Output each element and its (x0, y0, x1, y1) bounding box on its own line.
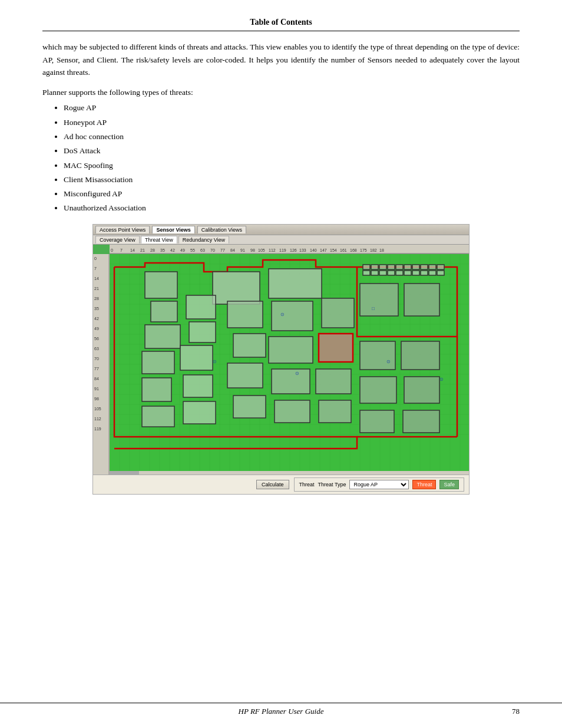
svg-text:63: 63 (200, 248, 205, 252)
svg-rect-153 (360, 377, 396, 403)
list-item: Honeypot AP (64, 116, 520, 130)
page-number: 78 (512, 707, 520, 716)
svg-text:28: 28 (94, 297, 99, 301)
svg-rect-139 (227, 301, 263, 328)
svg-text:7: 7 (120, 248, 123, 252)
svg-rect-141 (227, 363, 263, 388)
svg-text:112: 112 (269, 248, 276, 252)
svg-rect-142 (233, 396, 266, 418)
svg-rect-111 (404, 265, 411, 269)
svg-rect-134 (186, 295, 216, 319)
svg-text:91: 91 (240, 248, 245, 252)
svg-rect-166 (110, 471, 469, 475)
svg-rect-114 (429, 265, 436, 269)
ruler-left: 0 7 14 21 28 35 42 49 56 63 70 77 84 91 … (93, 254, 110, 475)
svg-rect-145 (272, 369, 310, 394)
subtab-coverage-view[interactable]: Coverage View (95, 236, 140, 243)
svg-rect-147 (322, 298, 354, 328)
svg-text:⊙: ⊙ (280, 312, 285, 317)
svg-text:42: 42 (170, 248, 175, 252)
svg-text:77: 77 (94, 367, 99, 371)
svg-text:63: 63 (94, 347, 99, 351)
svg-rect-152 (360, 341, 395, 370)
subtab-threat-view[interactable]: Threat View (141, 236, 177, 243)
svg-text:84: 84 (94, 377, 99, 381)
main-tabs-bar: Access Point Views Sensor Views Calibrat… (93, 225, 469, 235)
svg-rect-127 (269, 269, 322, 298)
svg-text:14: 14 (130, 248, 135, 252)
svg-rect-154 (360, 410, 394, 433)
screenshot-footer: Calculate Threat Threat Type Rogue AP Ho… (93, 475, 469, 494)
threat-type-select[interactable]: Rogue AP Honeypot AP Ad hoc connection D… (349, 480, 409, 489)
svg-text:0: 0 (94, 256, 97, 261)
list-item: Ad hoc connection (64, 130, 520, 144)
page-header: Table of Contents (42, 18, 520, 31)
svg-rect-137 (183, 375, 213, 397)
svg-text:105: 105 (94, 407, 101, 411)
svg-text:35: 35 (94, 307, 99, 311)
svg-text:91: 91 (94, 387, 99, 391)
tab-sensor-views[interactable]: Sensor Views (152, 226, 194, 233)
svg-rect-156 (401, 341, 439, 370)
svg-rect-106 (363, 265, 370, 269)
svg-text:⊙: ⊙ (213, 359, 217, 364)
svg-rect-130 (145, 325, 180, 348)
threat-controls: Threat Threat Type Rogue AP Honeypot AP … (294, 477, 464, 492)
subtab-redundancy-view[interactable]: Redundancy View (178, 236, 229, 243)
tab-calibration-views[interactable]: Calibration Views (197, 226, 246, 233)
svg-rect-133 (142, 406, 174, 427)
threats-list: Rogue AP Honeypot AP Ad hoc connection D… (64, 101, 520, 215)
threat-button[interactable]: Threat (412, 480, 436, 489)
ruler-top: 0 7 14 21 28 35 42 49 55 63 70 77 84 91 … (110, 245, 469, 254)
svg-rect-113 (421, 265, 428, 269)
svg-text:161: 161 (340, 248, 347, 252)
svg-rect-150 (319, 400, 351, 423)
svg-text:42: 42 (94, 317, 99, 321)
svg-rect-124 (429, 271, 436, 275)
list-item: Client Misassociation (64, 173, 520, 187)
tab-access-point-views[interactable]: Access Point Views (95, 226, 150, 233)
list-item: Misconfigured AP (64, 187, 520, 201)
svg-text:7: 7 (94, 266, 97, 271)
threat-type-label: Threat Type (318, 482, 346, 487)
list-item: Unauthorized Association (64, 201, 520, 215)
svg-text:77: 77 (220, 248, 225, 252)
svg-text:112: 112 (94, 417, 101, 421)
page-footer: HP RF Planner User Guide (0, 703, 562, 716)
svg-text:119: 119 (279, 248, 286, 252)
svg-rect-118 (379, 271, 386, 275)
subtabs-bar: Coverage View Threat View Redundancy Vie… (93, 235, 469, 245)
svg-text:56: 56 (94, 337, 99, 341)
svg-rect-144 (269, 337, 313, 363)
svg-text:126: 126 (290, 248, 297, 252)
svg-rect-131 (142, 351, 174, 374)
svg-rect-125 (437, 271, 444, 275)
svg-text:140: 140 (310, 248, 317, 252)
svg-text:0: 0 (111, 248, 113, 252)
list-item: MAC Spoofing (64, 159, 520, 173)
screenshot-container: Access Point Views Sensor Views Calibrat… (92, 224, 470, 495)
svg-rect-140 (233, 334, 266, 357)
svg-rect-108 (379, 265, 386, 269)
svg-rect-159 (319, 334, 353, 362)
svg-text:28: 28 (150, 248, 155, 252)
svg-rect-109 (388, 265, 395, 269)
svg-rect-149 (316, 369, 351, 394)
map-content: ⊙ ⊙ ⊙ ⊙ ⊙ □ (110, 254, 469, 475)
svg-text:55: 55 (190, 248, 195, 252)
svg-rect-112 (412, 265, 419, 269)
calculate-button[interactable]: Calculate (256, 480, 289, 489)
svg-text:175: 175 (360, 248, 367, 252)
svg-text:14: 14 (94, 276, 99, 281)
svg-rect-155 (404, 284, 439, 316)
svg-text:70: 70 (94, 357, 99, 361)
svg-text:35: 35 (160, 248, 165, 252)
svg-rect-138 (183, 401, 216, 424)
safe-button[interactable]: Safe (439, 480, 459, 489)
svg-rect-107 (371, 265, 378, 269)
svg-text:119: 119 (94, 427, 101, 431)
supports-text: Planner supports the following types of … (42, 86, 520, 99)
svg-text:49: 49 (180, 248, 185, 252)
svg-text:⊙: ⊙ (439, 377, 444, 382)
svg-rect-151 (360, 284, 398, 316)
